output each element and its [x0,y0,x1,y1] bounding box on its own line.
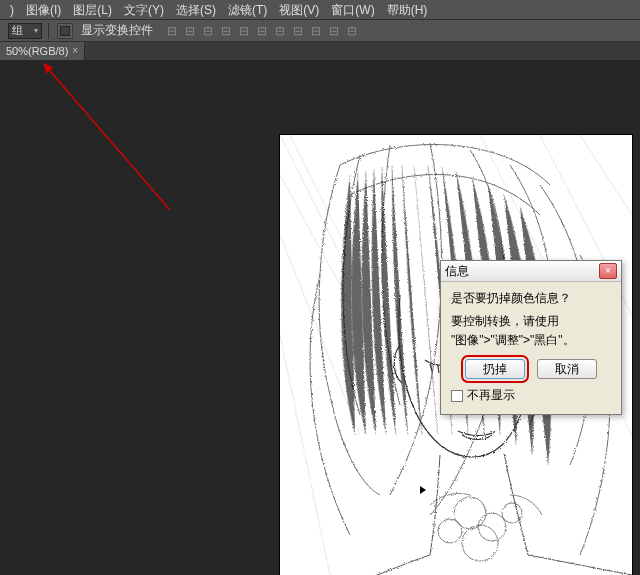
menu-item-trunc[interactable]: ) [4,0,20,20]
distribute-v-icon[interactable]: ⊟ [291,23,305,39]
cancel-button[interactable]: 取消 [537,359,597,379]
document-tab-bar: 50%(RGB/8) × [0,42,640,60]
dialog-button-row: 扔掉 取消 [451,359,611,379]
dialog-message-1: 是否要扔掉颜色信息？ [451,290,611,307]
menu-item-image[interactable]: 图像(I) [20,0,67,20]
canvas-area[interactable]: 信息 × 是否要扔掉颜色信息？ 要控制转换，请使用 "图像">"调整">"黑白"… [0,60,640,575]
menu-item-select[interactable]: 选择(S) [170,0,222,20]
document-tab[interactable]: 50%(RGB/8) × [0,42,85,60]
dialog-close-button[interactable]: × [599,263,617,279]
svg-line-7 [44,64,170,210]
discard-button[interactable]: 扔掉 [465,359,525,379]
distribute-h-icon[interactable]: ⊟ [273,23,287,39]
chevron-down-icon: ▾ [34,26,38,35]
checkbox-icon [60,26,70,36]
dialog-title: 信息 [445,263,469,280]
group-combo[interactable]: 组 ▾ [8,23,42,39]
align-left-icon[interactable]: ⊟ [165,23,179,39]
dialog-message-3: "图像">"调整">"黑白"。 [451,332,611,349]
dialog-titlebar[interactable]: 信息 × [441,261,621,282]
checkbox-show-transform[interactable] [57,23,73,39]
info-dialog: 信息 × 是否要扔掉颜色信息？ 要控制转换，请使用 "图像">"调整">"黑白"… [440,260,622,415]
checkbox-icon[interactable] [451,390,463,402]
show-transform-controls-label: 显示变换控件 [81,22,153,39]
align-center-v-icon[interactable]: ⊟ [237,23,251,39]
menu-item-view[interactable]: 视图(V) [273,0,325,20]
menu-item-layer[interactable]: 图层(L) [67,0,118,20]
warp-icon-3[interactable]: ⊟ [345,23,359,39]
dialog-message-2: 要控制转换，请使用 [451,313,611,330]
menu-item-window[interactable]: 窗口(W) [325,0,380,20]
align-right-icon[interactable]: ⊟ [201,23,215,39]
dont-show-row[interactable]: 不再显示 [451,387,611,404]
dont-show-label: 不再显示 [467,387,515,404]
menu-item-help[interactable]: 帮助(H) [381,0,434,20]
close-icon[interactable]: × [72,42,78,60]
svg-rect-0 [61,26,70,35]
separator [48,23,49,39]
align-bottom-icon[interactable]: ⊟ [255,23,269,39]
menu-item-type[interactable]: 文字(Y) [118,0,170,20]
align-top-icon[interactable]: ⊟ [219,23,233,39]
align-icons-strip: ⊟ ⊟ ⊟ ⊟ ⊟ ⊟ ⊟ ⊟ ⊟ ⊟ ⊟ [163,23,361,39]
menu-item-filter[interactable]: 滤镜(T) [222,0,273,20]
options-bar: 组 ▾ 显示变换控件 ⊟ ⊟ ⊟ ⊟ ⊟ ⊟ ⊟ ⊟ ⊟ ⊟ ⊟ [0,20,640,42]
annotation-arrow-icon [20,60,220,260]
menu-bar: ) 图像(I) 图层(L) 文字(Y) 选择(S) 滤镜(T) 视图(V) 窗口… [0,0,640,20]
warp-icon-2[interactable]: ⊟ [327,23,341,39]
group-combo-label: 组 [12,23,23,38]
align-center-h-icon[interactable]: ⊟ [183,23,197,39]
warp-icon[interactable]: ⊟ [309,23,323,39]
dialog-body: 是否要扔掉颜色信息？ 要控制转换，请使用 "图像">"调整">"黑白"。 扔掉 … [441,282,621,414]
document-tab-label: 50%(RGB/8) [6,42,68,60]
